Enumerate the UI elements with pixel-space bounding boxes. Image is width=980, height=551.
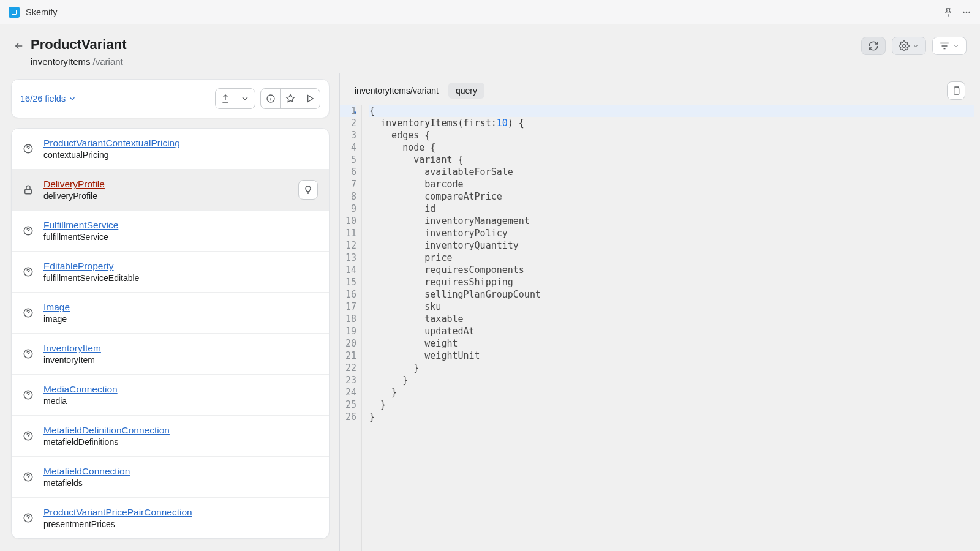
copy-button[interactable] [947,81,965,100]
page-title: ProductVariant [31,37,126,53]
filter-button[interactable] [932,37,967,55]
field-name-label: deliveryProfile [43,191,105,201]
svg-point-1 [966,11,968,13]
field-name-label: metafields [43,478,130,488]
fields-summary-card: 16/26 fields [11,79,330,118]
type-link[interactable]: EditableProperty [43,261,139,272]
info-icon [266,94,276,103]
type-link[interactable]: FulfillmentService [43,220,118,231]
list-item[interactable]: MediaConnectionmedia [12,375,329,416]
list-item[interactable]: MetafieldConnectionmetafields [12,457,329,498]
info-button[interactable] [261,89,281,108]
list-item[interactable]: EditablePropertyfulfillmentServiceEditab… [12,252,329,293]
chevron-down-icon [912,42,919,50]
refresh-button[interactable] [861,37,886,55]
list-item[interactable]: ProductVariantContextualPricingcontextua… [12,129,329,170]
fields-count-toggle[interactable]: 16/26 fields [20,94,77,103]
filter-icon [939,40,950,51]
refresh-icon [868,40,879,51]
chevron-down-icon [952,42,960,50]
svg-point-3 [903,45,906,48]
main: 16/26 fields [0,73,980,551]
pin-icon[interactable] [943,7,953,17]
help-icon [23,389,34,400]
help-icon [23,471,34,482]
help-icon [23,307,34,318]
field-name-label: fulfillmentService [43,232,118,242]
type-link[interactable]: ProductVariantPricePairConnection [43,507,192,518]
chevron-down-icon [68,94,77,103]
list-item[interactable]: FulfillmentServicefulfillmentService [12,211,329,252]
field-name-label: contextualPricing [43,150,180,160]
code-body[interactable]: { inventoryItems(first:10) { edges { nod… [362,105,974,551]
more-icon[interactable] [962,7,971,17]
gutter: 1▾23456789101112131415161718192021222324… [340,105,362,551]
svg-point-2 [968,11,970,13]
export-dropdown[interactable] [215,88,255,109]
field-name-label: image [43,314,70,324]
list-item[interactable]: MetafieldDefinitionConnectionmetafieldDe… [12,416,329,457]
field-name-label: media [43,396,118,406]
type-link[interactable]: DeliveryProfile [43,179,105,190]
app-title: Skemify [26,7,58,17]
help-icon [23,348,34,359]
type-link[interactable]: ProductVariantContextualPricing [43,138,180,149]
editor-tabs: inventoryItems/variant query [340,79,974,105]
help-icon [23,266,34,277]
help-icon [23,225,34,236]
svg-point-0 [963,11,965,13]
titlebar: Skemify [0,0,980,24]
play-icon [305,94,315,103]
help-icon [23,143,34,154]
field-name-label: metafieldDefinitions [43,437,170,447]
help-icon [23,512,34,523]
export-chevron[interactable] [235,89,255,108]
type-link[interactable]: MetafieldConnection [43,466,130,477]
editor-breadcrumb: inventoryItems/variant [355,86,439,96]
chevron-down-icon [240,94,250,103]
app-icon [9,7,20,18]
export-icon [221,94,230,103]
breadcrumb: inventoryItems/variant [31,56,126,67]
field-list: ProductVariantContextualPricingcontextua… [11,128,330,539]
star-icon [285,94,295,103]
idea-button[interactable] [298,180,318,200]
star-button[interactable] [281,89,300,108]
field-name-label: fulfillmentServiceEditable [43,273,139,283]
gear-icon [899,40,910,51]
clipboard-icon [951,86,961,96]
action-group [260,88,320,109]
play-button[interactable] [300,89,320,108]
type-link[interactable]: MetafieldDefinitionConnection [43,425,170,436]
lightbulb-icon [303,185,313,195]
list-item[interactable]: Imageimage [12,293,329,334]
settings-button[interactable] [892,37,926,55]
lock-icon [23,184,34,195]
code-editor[interactable]: 1▾23456789101112131415161718192021222324… [340,105,974,551]
left-panel: 16/26 fields [0,73,340,551]
list-item[interactable]: DeliveryProfiledeliveryProfile [12,170,329,211]
type-link[interactable]: Image [43,302,70,313]
svg-rect-6 [25,190,32,195]
field-name-label: inventoryItem [43,355,101,365]
fields-count-label: 16/26 fields [20,94,66,103]
svg-rect-15 [954,88,959,95]
page-header: ProductVariant inventoryItems/variant [0,24,980,73]
type-link[interactable]: InventoryItem [43,343,101,354]
editor-panel: inventoryItems/variant query 1▾234567891… [340,73,980,551]
list-item[interactable]: ProductVariantPricePairConnectionpresent… [12,498,329,538]
tab-query[interactable]: query [448,83,484,99]
field-name-label: presentmentPrices [43,519,192,529]
list-item[interactable]: InventoryIteminventoryItem [12,334,329,375]
breadcrumb-root[interactable]: inventoryItems [31,56,91,67]
back-arrow-icon[interactable] [13,40,24,51]
export-button[interactable] [216,89,235,108]
breadcrumb-tail: /variant [93,56,123,67]
type-link[interactable]: MediaConnection [43,384,118,395]
help-icon [23,430,34,441]
